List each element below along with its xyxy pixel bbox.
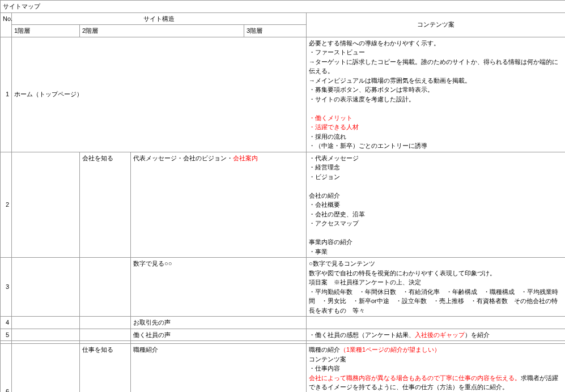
sitemap-table: サイトマップ No. サイト構造 コンテンツ案 1階層 2階層 3階層 1 ホー… xyxy=(0,0,565,392)
row-lv2 xyxy=(80,329,131,341)
row-no: 2 xyxy=(1,152,12,258)
row-lv1 xyxy=(12,258,80,317)
row-no: 3 xyxy=(1,258,12,317)
row-no: 4 xyxy=(1,317,12,329)
page-title: サイトマップ xyxy=(1,1,566,13)
row-lv2: 会社を知る xyxy=(80,152,131,258)
row-lv1: ホーム（トップページ） xyxy=(12,37,307,152)
content-red: 会社によって職務内容が異なる場合もあるので丁寧に仕事の内容を伝える。 xyxy=(309,374,521,381)
lv2b-red: 会社案内 xyxy=(233,155,258,161)
content-text: ・採用の流れ ・（中途・新卒）ごとのエントリーに誘導 xyxy=(309,133,427,150)
row-content: ・働く社員の感想（アンケート結果、入社後のギャップ）を紹介 xyxy=(307,329,566,341)
row-lv1 xyxy=(12,317,80,329)
row-content: 職種の紹介（1業種1ページの紹介が望ましい） コンテンツ案 ・仕事内容 会社によ… xyxy=(307,344,566,393)
row-content: ・代表メッセージ ・経営理念 ・ビジョン 会社の紹介 ・会社概要 ・会社の歴史、… xyxy=(307,152,566,258)
row-lv1 xyxy=(12,344,80,393)
content-red: ・働くメリット ・活躍できる人材 xyxy=(309,114,359,131)
row-lv2b: 職種紹介 xyxy=(131,344,307,393)
header-no: No. xyxy=(1,12,12,37)
row-no: 5 xyxy=(1,329,12,341)
row-lv2b: お取引先の声 xyxy=(131,317,307,329)
header-lv2: 2階層 xyxy=(80,25,244,37)
row-lv2b: 数字で見る○○ xyxy=(131,258,307,317)
row-no: 1 xyxy=(1,37,12,152)
content-red: （1業種1ページの紹介が望ましい） xyxy=(340,346,440,353)
content-text: ・働く社員の感想（アンケート結果、 xyxy=(309,331,415,338)
row-lv2b: 働く社員の声 xyxy=(131,329,307,341)
row-lv2b: 代表メッセージ・会社のビジョン・会社案内 xyxy=(131,152,307,258)
row-content xyxy=(307,317,566,329)
content-text: 職種の紹介 xyxy=(309,346,340,353)
header-content: コンテンツ案 xyxy=(307,12,566,37)
lv2b-text: 代表メッセージ・会社のビジョン・ xyxy=(133,155,233,161)
row-lv1 xyxy=(12,329,80,341)
header-lv3: 3階層 xyxy=(244,25,307,37)
content-text: ）を紹介 xyxy=(465,331,490,338)
row-no: 6 xyxy=(1,344,12,393)
row-content: ○数字で見るコンテンツ 数字や図で自社の特長を視覚的にわかりやすく表現して印象づ… xyxy=(307,258,566,317)
content-text: 必要とする情報への導線をわかりやすく示す。 ・ファーストビュー →ターゲットに訴… xyxy=(309,40,558,103)
header-structure: サイト構造 xyxy=(12,12,307,25)
row-lv1 xyxy=(12,152,80,258)
row-lv2: 仕事を知る xyxy=(80,344,131,393)
row-content: 必要とする情報への導線をわかりやすく示す。 ・ファーストビュー →ターゲットに訴… xyxy=(307,37,566,152)
header-lv1: 1階層 xyxy=(12,25,80,37)
content-red: 入社後のギャップ xyxy=(415,331,465,338)
row-lv2 xyxy=(80,258,131,317)
content-text: コンテンツ案 ・仕事内容 xyxy=(309,356,346,372)
row-lv2 xyxy=(80,317,131,329)
